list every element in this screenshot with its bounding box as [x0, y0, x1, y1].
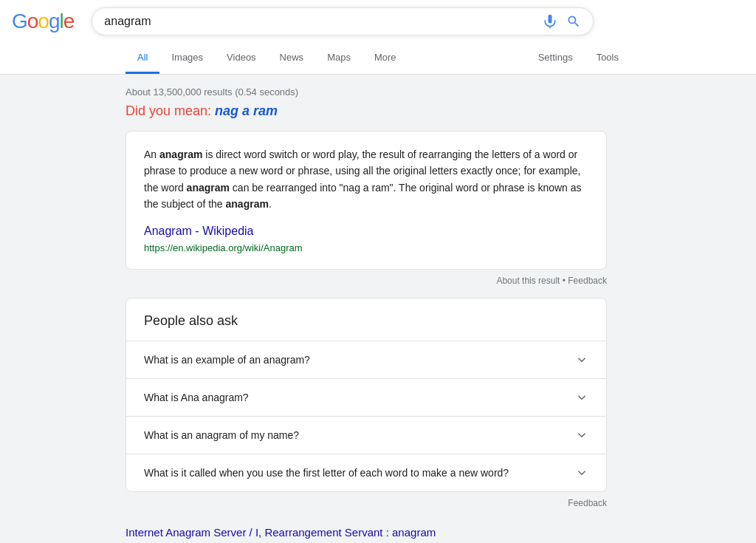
logo-e: e: [63, 10, 75, 33]
snippet-link[interactable]: Anagram - Wikipedia: [144, 225, 588, 238]
tab-images[interactable]: Images: [159, 43, 215, 74]
chevron-down-icon-3: [575, 428, 588, 442]
feedback-text[interactable]: Feedback: [568, 498, 607, 508]
chevron-down-icon-2: [575, 391, 588, 404]
chevron-down-icon-1: [575, 353, 588, 366]
logo-o2: o: [38, 10, 49, 33]
logo-o1: o: [27, 10, 38, 33]
paa-question-1: What is an example of an anagram?: [144, 354, 310, 366]
tab-videos[interactable]: Videos: [215, 43, 268, 74]
snippet-text: An anagram is direct word switch or word…: [144, 146, 588, 213]
tab-settings[interactable]: Settings: [526, 43, 585, 74]
paa-title: People also ask: [126, 298, 606, 341]
did-you-mean-label: Did you mean:: [126, 103, 211, 118]
mic-icon[interactable]: [543, 14, 557, 29]
results-count: About 13,500,000 results (0.54 seconds): [126, 75, 607, 103]
paa-item-2[interactable]: What is Ana anagram?: [126, 378, 606, 416]
paa-question-2: What is Ana anagram?: [144, 392, 249, 403]
did-you-mean-term[interactable]: nag a ram: [215, 103, 278, 118]
about-result: About this result • Feedback: [126, 273, 607, 298]
featured-snippet: An anagram is direct word switch or word…: [126, 131, 607, 270]
logo-g: G: [12, 10, 27, 33]
paa-item-1[interactable]: What is an example of an anagram?: [126, 341, 606, 378]
paa-question-4: What is it called when you use the first…: [144, 467, 509, 479]
google-logo[interactable]: G o o g l e: [12, 10, 74, 33]
paa-question-3: What is an anagram of my name?: [144, 429, 299, 441]
tab-news[interactable]: News: [268, 43, 316, 74]
paa-item-4[interactable]: What is it called when you use the first…: [126, 454, 606, 491]
chevron-down-icon-4: [575, 466, 588, 479]
tab-maps[interactable]: Maps: [315, 43, 362, 74]
search-bar[interactable]: [92, 7, 594, 35]
tab-more[interactable]: More: [362, 43, 408, 74]
did-you-mean: Did you mean: nag a ram: [126, 103, 607, 119]
tab-tools[interactable]: Tools: [585, 43, 630, 74]
header: G o o g l e: [0, 0, 756, 75]
snippet-url: https://en.wikipedia.org/wiki/Anagram: [144, 242, 303, 253]
about-result-text[interactable]: About this result • Feedback: [496, 276, 607, 286]
nav-tabs: All Images Videos News Maps More Setting…: [0, 43, 756, 74]
search-input[interactable]: [104, 15, 543, 28]
people-also-ask: People also ask What is an example of an…: [126, 298, 607, 492]
main-content: About 13,500,000 results (0.54 seconds) …: [126, 75, 607, 543]
nav-right: Settings Tools: [526, 43, 630, 74]
search-icons: [543, 14, 581, 29]
tab-all[interactable]: All: [126, 43, 159, 74]
bottom-link[interactable]: Internet Anagram Server / I, Rearrangeme…: [126, 520, 607, 543]
paa-item-3[interactable]: What is an anagram of my name?: [126, 416, 606, 454]
header-top: G o o g l e: [0, 0, 756, 43]
search-icon[interactable]: [566, 14, 581, 29]
feedback-line: Feedback: [126, 495, 607, 520]
logo-g2: g: [49, 10, 60, 33]
